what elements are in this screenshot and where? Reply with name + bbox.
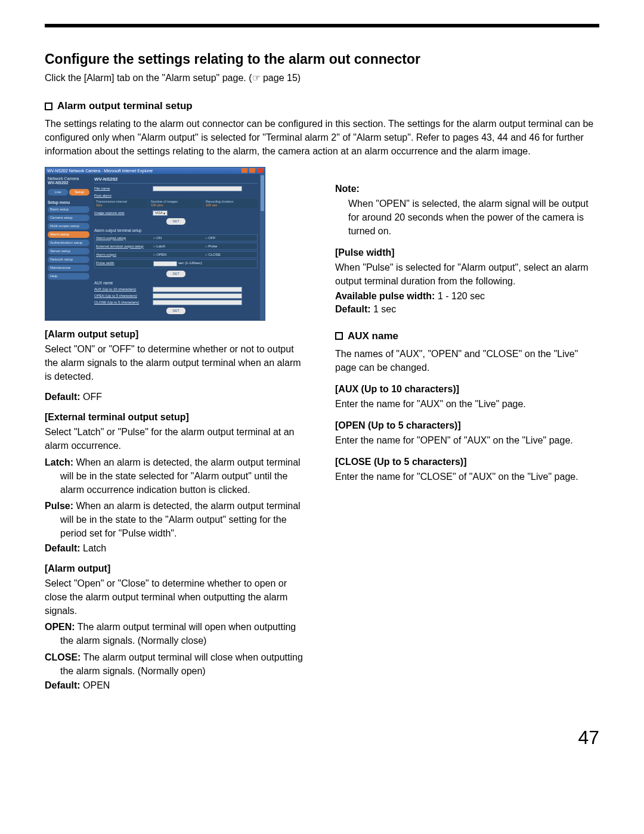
close5-label: [CLOSE (Up to 5 characters)] xyxy=(335,457,599,467)
aux10-key: AUX (Up to 10 characters) xyxy=(94,287,150,291)
close5-input[interactable] xyxy=(153,300,242,305)
open5-label: [OPEN (Up to 5 characters)] xyxy=(335,420,599,431)
close5-key: CLOSE (Up to 5 characters) xyxy=(94,300,150,304)
num-images-value: 100 pics xyxy=(151,203,201,207)
model-number: WV-NS202 xyxy=(48,181,69,185)
aots-heading: Alarm output terminal setup xyxy=(94,228,258,232)
alarm-output-close: CLOSE: The alarm output terminal will cl… xyxy=(45,650,309,678)
row-alarm-output: Alarm output ○ OPEN ○ CLOSE xyxy=(94,251,258,258)
alarm-output-setup-on[interactable]: ○ ON xyxy=(153,236,204,240)
tab-live[interactable]: Live xyxy=(48,189,68,196)
sidebar-item-multiscreen[interactable]: Multi-screen setup xyxy=(48,223,89,230)
main-panel: WV-NS202 File name Post alarm Transmissi… xyxy=(92,174,260,320)
tx-interval-cell: Transmission interval 1fps xyxy=(94,199,148,208)
num-images-cell: Number of images 100 pics xyxy=(149,199,203,208)
close-icon[interactable] xyxy=(257,168,263,173)
open5-input[interactable] xyxy=(153,293,242,299)
capture-size-label: Image capture size xyxy=(94,211,150,215)
file-name-label: File name xyxy=(94,187,150,190)
top-tabs: Live Setup xyxy=(48,189,89,196)
capture-size-select[interactable]: VGA ▾ xyxy=(153,210,168,216)
alarm-output-open[interactable]: ○ OPEN xyxy=(153,253,204,256)
aux10-label: [AUX (Up to 10 characters)] xyxy=(335,384,599,395)
alarm-output-body: Select "Open" or "Close" to determine wh… xyxy=(45,576,309,618)
row-pulse-width: Pulse width sec (1-120sec) xyxy=(94,259,258,268)
sidebar-item-maintenance[interactable]: Maintenance xyxy=(48,265,89,271)
camera-admin-screenshot: WV-NS202 Network Camera - Microsoft Inte… xyxy=(45,167,265,316)
rec-duration-value: 100 sec xyxy=(206,203,256,207)
maximize-icon[interactable] xyxy=(249,168,255,173)
alarm-output-close[interactable]: ○ CLOSE xyxy=(205,253,256,256)
main-model-header: WV-NS202 xyxy=(94,176,258,184)
document-page: Configure the settings relating to the a… xyxy=(0,0,644,767)
ext-terminal-label: [External terminal output setup] xyxy=(45,412,309,423)
file-name-input[interactable] xyxy=(153,186,242,191)
sidebar: Network Camera WV-NS202 Live Setup Setup… xyxy=(45,174,92,320)
alarm-output-default: Default: OPEN xyxy=(45,680,309,691)
page-title: Configure the settings relating to the a… xyxy=(45,51,599,67)
ext-terminal-body: Select "Latch" or "Pulse" for the alarm … xyxy=(45,425,309,452)
section-heading: Alarm output terminal setup xyxy=(45,100,599,112)
aux-name-heading: AUX name xyxy=(94,281,258,285)
ext-terminal-default: Default: Latch xyxy=(45,543,309,554)
minimize-icon[interactable] xyxy=(242,168,247,173)
pulse-width-body: When "Pulse" is selected for "Alarm outp… xyxy=(335,261,599,288)
ext-terminal-pulse[interactable]: ○ Pulse xyxy=(205,244,256,248)
post-alarm-label: Post alarm xyxy=(94,194,258,197)
browser-title-text: WV-NS202 Network Camera - Microsoft Inte… xyxy=(47,169,153,173)
window-control-buttons xyxy=(241,168,263,173)
top-divider xyxy=(45,24,599,27)
sidebar-item-server[interactable]: Server setup xyxy=(48,248,89,255)
ext-terminal-key: External terminal output setup xyxy=(96,244,152,248)
capture-size-value: VGA xyxy=(155,211,163,215)
aux-name-heading-text: AUX name xyxy=(348,330,398,342)
alarm-output-open: OPEN: The alarm output terminal will ope… xyxy=(45,620,309,647)
tab-setup[interactable]: Setup xyxy=(69,189,89,196)
row-external-terminal: External terminal output setup ○ Latch ○… xyxy=(94,243,258,250)
right-column: Note: When "OPEN" is selected, the alarm… xyxy=(335,167,599,492)
sidebar-item-camera[interactable]: Camera setup xyxy=(48,215,89,221)
pulse-width-key: Pulse width xyxy=(96,261,152,266)
aux10-body: Enter the name for "AUX" on the "Live" p… xyxy=(335,397,599,411)
aux10-input[interactable] xyxy=(153,287,242,292)
two-column-layout: WV-NS202 Network Camera - Microsoft Inte… xyxy=(45,167,599,691)
note-body: When "OPEN" is selected, the alarm signa… xyxy=(348,197,599,238)
rec-duration-cell: Recording duration 100 sec xyxy=(204,199,258,208)
sidebar-item-help[interactable]: Help xyxy=(48,273,89,280)
alarm-output-setup-off[interactable]: ○ OFF xyxy=(205,236,256,240)
tx-interval-value: 1fps xyxy=(96,203,146,207)
scrollbar-thumb[interactable] xyxy=(261,175,264,211)
pulse-width-avail: Available pulse width: 1 - 120 sec xyxy=(335,291,599,302)
scrollbar[interactable] xyxy=(260,174,265,320)
browser-window: WV-NS202 Network Camera - Microsoft Inte… xyxy=(45,167,265,321)
ext-terminal-latch: Latch: When an alarm is detected, the al… xyxy=(45,455,309,497)
alarm-output-setup-default: Default: OFF xyxy=(45,392,309,402)
ext-terminal-pulse: Pulse: When an alarm is detected, the al… xyxy=(45,499,309,541)
camera-admin-body: Network Camera WV-NS202 Live Setup Setup… xyxy=(45,174,260,320)
sidebar-item-alarm[interactable]: Alarm setup xyxy=(48,231,89,238)
alarm-output-setup-label: [Alarm output setup] xyxy=(45,329,309,340)
browser-titlebar: WV-NS202 Network Camera - Microsoft Inte… xyxy=(45,168,265,174)
page-number: 47 xyxy=(45,727,599,749)
open5-key: OPEN (Up to 5 characters) xyxy=(94,294,150,297)
square-bullet-icon xyxy=(45,103,52,110)
section-paragraph: The settings relating to the alarm out c… xyxy=(45,117,599,159)
set-button-1[interactable]: SET xyxy=(166,218,185,225)
sidebar-item-network[interactable]: Network setup xyxy=(48,256,89,263)
post-alarm-stats: Transmission interval 1fps Number of ima… xyxy=(94,199,258,208)
sidebar-item-auth[interactable]: Authentication setup xyxy=(48,240,89,246)
left-column: WV-NS202 Network Camera - Microsoft Inte… xyxy=(45,167,309,691)
alarm-output-setup-key: Alarm output setup xyxy=(96,236,152,240)
model-label: Network Camera WV-NS202 xyxy=(48,176,89,185)
pulse-width-input[interactable] xyxy=(153,261,177,266)
sidebar-item-basic[interactable]: Basic setup xyxy=(48,206,89,213)
pulse-width-label: [Pulse width] xyxy=(335,247,599,258)
set-button-2[interactable]: SET xyxy=(166,271,185,277)
pulse-width-range: sec (1-120sec) xyxy=(178,261,256,266)
note-label: Note: xyxy=(335,184,599,194)
square-bullet-icon xyxy=(335,332,343,340)
set-button-3[interactable]: SET xyxy=(166,308,185,314)
alarm-output-setup-body: Select "ON" or "OFF" to determine whethe… xyxy=(45,342,309,384)
ext-terminal-latch[interactable]: ○ Latch xyxy=(153,244,204,248)
alarm-output-key: Alarm output xyxy=(96,253,152,256)
